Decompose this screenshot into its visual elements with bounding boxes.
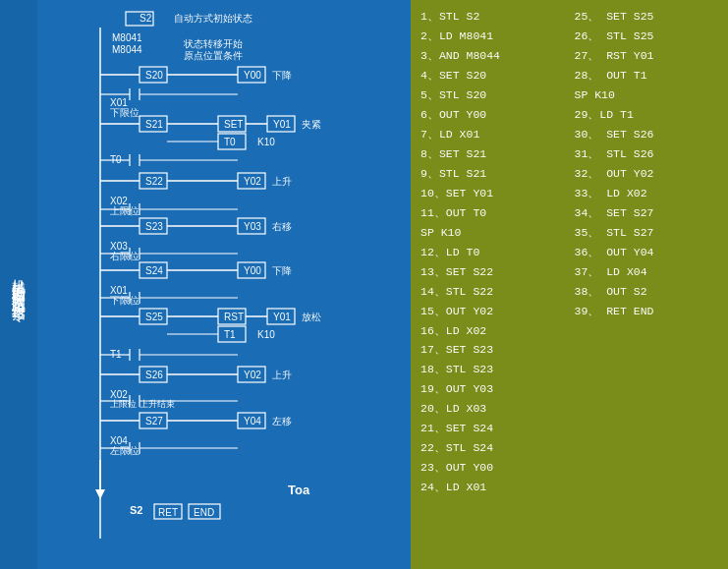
svg-text:Y00: Y00	[244, 265, 261, 276]
svg-text:上限位: 上限位	[110, 205, 140, 216]
code-area: 1、STL S22、LD M80413、AND M80444、SET S205、…	[411, 0, 728, 569]
code-line: 1、STL S2	[420, 8, 565, 27]
svg-text:RST: RST	[224, 312, 244, 322]
svg-text:状态转移开始: 状态转移开始	[183, 38, 243, 49]
svg-text:左移: 左移	[272, 416, 292, 427]
code-line: 24、LD X01	[420, 479, 565, 497]
code-line: SP K10	[575, 86, 719, 105]
ladder-svg: S2 自动方式初始状态 M8041 M8044 状态转移开始 原点位置条件 S2…	[41, 8, 411, 561]
code-line: 33、 LD X02	[575, 185, 719, 203]
svg-text:S20: S20	[145, 70, 163, 81]
code-line: 11、OUT T0	[420, 204, 565, 223]
svg-text:S21: S21	[145, 119, 163, 130]
sidebar: 机械手的自动运行状态图（步进指令）	[0, 0, 37, 569]
svg-text:Y03: Y03	[244, 221, 261, 232]
code-line: 37、 LD X04	[575, 263, 719, 282]
svg-text:下限位: 下限位	[110, 295, 140, 306]
code-line: 25、 SET S25	[575, 8, 719, 27]
code-line: 21、SET S24	[420, 420, 565, 438]
svg-text:S26: S26	[145, 370, 163, 380]
code-line: 12、LD T0	[420, 244, 565, 262]
code-line: 38、 OUT S2	[575, 283, 719, 302]
code-line: 27、 RST Y01	[575, 47, 719, 66]
svg-text:M8044: M8044	[112, 44, 142, 55]
svg-text:S24: S24	[145, 265, 163, 276]
code-line: 17、SET S23	[420, 341, 565, 360]
code-line: 9、STL S21	[420, 165, 565, 184]
code-line: SP K10	[420, 224, 565, 243]
svg-text:夹紧: 夹紧	[302, 119, 321, 130]
svg-text:Y01: Y01	[273, 312, 291, 322]
svg-text:K10: K10	[257, 137, 275, 147]
code-line: 5、STL S20	[420, 86, 565, 105]
svg-text:S25: S25	[145, 312, 163, 322]
code-line: 29、LD T1	[575, 106, 719, 125]
svg-text:Y01: Y01	[273, 119, 291, 130]
code-line: 39、 RET END	[575, 303, 719, 321]
svg-text:自动方式初始状态: 自动方式初始状态	[174, 13, 252, 24]
svg-text:右限位: 右限位	[110, 251, 140, 261]
code-line: 2、LD M8041	[420, 28, 565, 46]
svg-text:右移: 右移	[272, 221, 292, 232]
svg-text:Y00: Y00	[244, 70, 261, 81]
svg-text:下降: 下降	[272, 265, 292, 276]
svg-text:下降: 下降	[272, 70, 292, 81]
svg-text:K10: K10	[257, 329, 275, 340]
diagram-area: S2 自动方式初始状态 M8041 M8044 状态转移开始 原点位置条件 S2…	[37, 0, 411, 569]
svg-text:RET: RET	[158, 507, 178, 518]
code-line: 6、OUT Y00	[420, 106, 565, 125]
svg-text:Y04: Y04	[244, 416, 261, 427]
svg-text:T0: T0	[224, 137, 236, 147]
code-line: 3、AND M8044	[420, 47, 565, 66]
svg-text:M8041: M8041	[112, 32, 142, 43]
code-line: 28、 OUT T1	[575, 67, 719, 85]
svg-text:Y02: Y02	[244, 370, 261, 380]
sidebar-label: 机械手的自动运行状态图（步进指令）	[9, 268, 28, 302]
code-line: 10、SET Y01	[420, 185, 565, 203]
code-line: 14、STL S22	[420, 283, 565, 302]
code-line: 18、STL S23	[420, 361, 565, 379]
svg-text:Y02: Y02	[244, 176, 261, 187]
code-column-2: 25、 SET S2526、 STL S2527、 RST Y0128、 OUT…	[575, 8, 719, 561]
code-line: 13、SET S22	[420, 263, 565, 282]
svg-text:下限位: 下限位	[110, 107, 140, 118]
svg-text:Toa: Toa	[288, 483, 310, 497]
svg-text:END: END	[194, 507, 214, 518]
code-line: 20、LD X03	[420, 400, 565, 419]
code-line: 16、LD X02	[420, 322, 565, 341]
svg-text:SET: SET	[224, 119, 243, 130]
code-line: 19、OUT Y03	[420, 380, 565, 399]
code-line: 15、OUT Y02	[420, 303, 565, 321]
svg-text:T1: T1	[224, 329, 236, 340]
code-line: 23、OUT Y00	[420, 459, 565, 478]
code-column-1: 1、STL S22、LD M80413、AND M80444、SET S205、…	[420, 8, 565, 561]
code-line: 26、 STL S25	[575, 28, 719, 46]
ladder-diagram: S2 自动方式初始状态 M8041 M8044 状态转移开始 原点位置条件 S2…	[41, 8, 411, 561]
code-line: 7、LD X01	[420, 126, 565, 144]
svg-text:S22: S22	[145, 176, 163, 187]
svg-text:S23: S23	[145, 221, 163, 232]
svg-text:上升: 上升	[272, 176, 292, 187]
code-line: 35、 STL S27	[575, 224, 719, 243]
code-line: 22、STL S24	[420, 439, 565, 458]
code-line: 30、 SET S26	[575, 126, 719, 144]
svg-text:放松: 放松	[302, 312, 321, 322]
code-line: 32、 OUT Y02	[575, 165, 719, 184]
svg-text:上升: 上升	[272, 370, 292, 380]
code-line: 8、SET S21	[420, 145, 565, 164]
svg-text:S2: S2	[130, 504, 142, 516]
svg-text:原点位置条件: 原点位置条件	[184, 50, 243, 61]
code-line: 31、 STL S26	[575, 145, 719, 164]
svg-marker-125	[95, 489, 105, 499]
code-line: 36、 OUT Y04	[575, 244, 719, 262]
svg-text:S2: S2	[140, 13, 152, 24]
svg-text:S27: S27	[145, 416, 163, 427]
svg-text:左限位: 左限位	[110, 445, 140, 456]
code-line: 4、SET S20	[420, 67, 565, 85]
code-columns: 1、STL S22、LD M80413、AND M80444、SET S205、…	[420, 8, 718, 561]
code-line: 34、 SET S27	[575, 204, 719, 223]
